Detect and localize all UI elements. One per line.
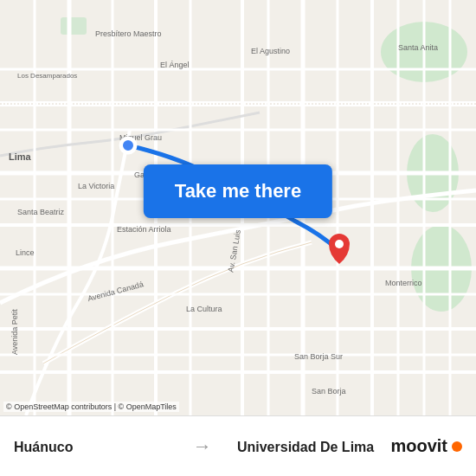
svg-point-51 [335, 240, 344, 248]
moovit-wordmark: moovit [390, 436, 447, 456]
svg-text:Monterrico: Monterrico [385, 279, 422, 287]
svg-text:San Borja Sur: San Borja Sur [294, 352, 343, 361]
svg-text:Presbítero Maestro: Presbítero Maestro [95, 29, 162, 38]
svg-text:Estación Arriola: Estación Arriola [117, 225, 171, 234]
svg-text:San Borja: San Borja [312, 387, 346, 396]
svg-text:El Agustino: El Agustino [251, 47, 290, 55]
svg-text:Avenida Petit: Avenida Petit [10, 309, 19, 355]
map-attribution: © OpenStreetMap contributors | © OpenMap… [3, 402, 179, 412]
svg-rect-4 [61, 17, 87, 35]
svg-text:Los Desamparados: Los Desamparados [17, 72, 77, 80]
footer-destination: Universidad De Lima [237, 440, 374, 455]
svg-text:Lima: Lima [9, 151, 32, 162]
svg-text:Lince: Lince [16, 248, 35, 257]
map-container: Presbítero Maestro Los Desamparados El Á… [0, 0, 476, 415]
footer-route-info: Huánuco [14, 438, 184, 455]
moovit-dot-icon [452, 441, 462, 452]
svg-text:El Ángel: El Ángel [160, 61, 190, 69]
svg-text:Santa Anita: Santa Anita [398, 43, 438, 52]
svg-point-50 [122, 139, 134, 151]
svg-text:La Cultura: La Cultura [186, 305, 222, 313]
footer: Huánuco → Universidad De Lima moovit [0, 415, 476, 476]
footer-arrow: → [193, 435, 212, 458]
footer-origin: Huánuco [14, 440, 73, 455]
svg-text:Santa Beatriz: Santa Beatriz [17, 208, 65, 216]
moovit-logo: moovit [390, 436, 462, 456]
footer-destination-container: Universidad De Lima [221, 438, 391, 455]
svg-text:La Victoria: La Victoria [78, 182, 114, 190]
take-me-there-button[interactable]: Take me there [144, 164, 332, 218]
